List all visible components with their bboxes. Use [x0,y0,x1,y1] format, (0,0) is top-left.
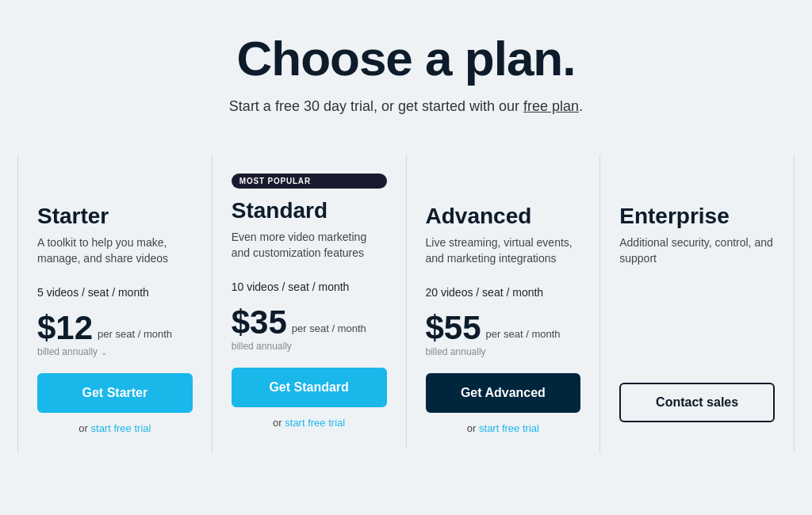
billed-annually-starter: billed annually ⌄ [37,346,193,357]
dropdown-arrow-icon[interactable]: ⌄ [101,348,107,357]
plan-card-advanced: AdvancedLive streaming, virtual events, … [407,154,601,453]
price-details-standard: per seat / month [292,322,366,336]
billed-annually-advanced: billed annually [426,346,581,357]
billed-text: billed annually [37,346,98,357]
plan-card-enterprise: EnterpriseAdditional security, control, … [600,154,795,451]
price-amount-advanced: $55 [426,311,481,345]
page-header: Choose a plan. Start a free 30 day trial… [229,32,583,115]
price-details-advanced: per seat / month [486,328,561,341]
plan-videos-starter: 5 videos / seat / month [37,286,193,299]
plan-description-enterprise: Additional security, control, and suppor… [619,235,775,275]
plan-description-standard: Even more video marketing and customizat… [232,230,387,269]
plan-videos-enterprise [619,286,775,299]
most-popular-badge: MOST POPULAR [232,174,387,189]
trial-link-container-starter: or start free trial [37,422,193,434]
free-plan-link[interactable]: free plan [523,98,579,114]
trial-link-starter[interactable]: start free trial [91,422,151,434]
plan-price-starter: $12 per seat / month [37,311,193,345]
cta-button-standard[interactable]: Get Standard [232,368,387,407]
plan-videos-standard: 10 videos / seat / month [232,280,387,293]
billed-text: billed annually [232,341,292,352]
cta-button-starter[interactable]: Get Starter [37,373,193,413]
plan-name-standard: Standard [232,198,387,223]
no-price-placeholder [619,311,775,383]
plan-card-starter: StarterA toolkit to help you make, manag… [17,154,213,453]
plan-price-advanced: $55 per seat / month [426,311,581,345]
plan-name-advanced: Advanced [426,204,581,229]
subtitle-text-prefix: Start a free 30 day trial, or get starte… [229,98,523,114]
price-details-starter: per seat / month [98,328,172,341]
badge-placeholder [37,174,193,194]
page-subtitle: Start a free 30 day trial, or get starte… [229,98,583,115]
price-amount-starter: $12 [37,311,93,345]
badge-placeholder [426,174,581,194]
plan-name-enterprise: Enterprise [619,204,775,229]
plan-price-standard: $35 per seat / month [232,306,387,339]
trial-link-advanced[interactable]: start free trial [479,422,539,434]
plan-description-starter: A toolkit to help you make, manage, and … [37,235,193,275]
billed-text: billed annually [426,346,486,357]
badge-placeholder [619,174,775,194]
trial-link-standard[interactable]: start free trial [285,417,345,429]
cta-button-advanced[interactable]: Get Advanced [426,373,581,413]
page-title: Choose a plan. [229,32,583,86]
price-amount-standard: $35 [232,306,287,339]
plan-videos-advanced: 20 videos / seat / month [426,286,581,299]
trial-link-container-standard: or start free trial [232,417,387,429]
subtitle-text-suffix: . [579,98,583,114]
trial-link-container-advanced: or start free trial [426,422,581,434]
plans-container: StarterA toolkit to help you make, manag… [17,154,795,453]
plan-name-starter: Starter [37,204,193,229]
plan-description-advanced: Live streaming, virtual events, and mark… [426,235,581,275]
billed-annually-standard: billed annually [232,341,387,352]
cta-button-enterprise[interactable]: Contact sales [619,383,775,422]
plan-card-standard: MOST POPULARStandardEven more video mark… [213,154,407,448]
